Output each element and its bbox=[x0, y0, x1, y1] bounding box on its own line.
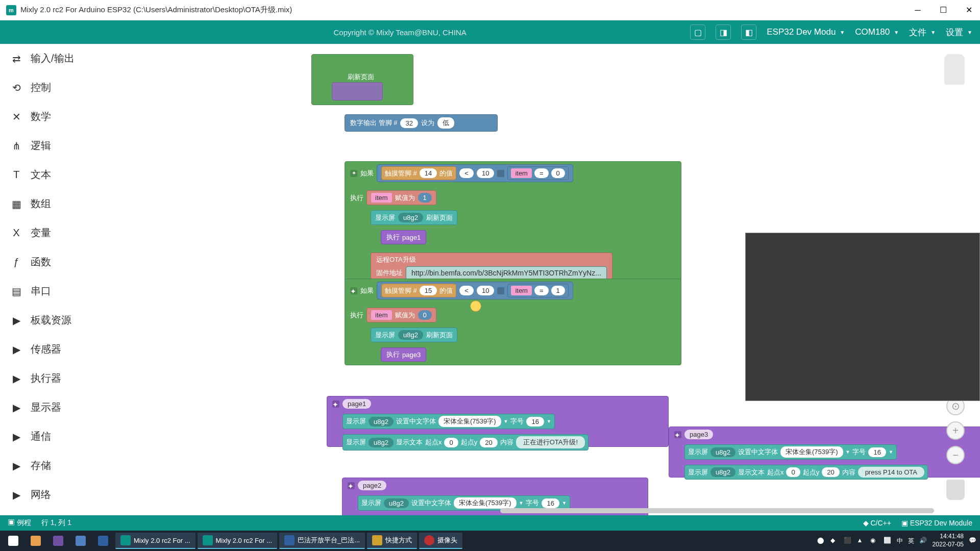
task-mixly-1[interactable]: Mixly 2.0 rc2 For ... bbox=[115, 533, 195, 549]
task-app-2[interactable] bbox=[48, 533, 68, 549]
size-select[interactable]: 16 bbox=[526, 417, 544, 427]
category-1[interactable]: ⟲控制 bbox=[0, 73, 143, 102]
font-select[interactable]: 宋体全集(7539字) bbox=[780, 446, 843, 458]
port-select[interactable]: COM180▼ bbox=[855, 27, 899, 37]
category-12[interactable]: ▶显示器 bbox=[0, 393, 143, 422]
x-input[interactable]: 0 bbox=[786, 467, 800, 477]
clock[interactable]: 14:41:48 2022-07-05 bbox=[933, 533, 964, 548]
function-name[interactable]: page3 bbox=[684, 430, 713, 439]
block-set-font[interactable]: 显示屏 u8g2 设置中文字体 宋体全集(7539字)▼ 字号 16▼ bbox=[342, 414, 555, 429]
value-input[interactable]: 1 bbox=[418, 193, 432, 203]
gear-icon[interactable]: ✦ bbox=[350, 170, 357, 177]
category-11[interactable]: ▶执行器 bbox=[0, 364, 143, 393]
board-select[interactable]: ESP32 Dev Modu▼ bbox=[767, 27, 845, 37]
operator-select[interactable]: = bbox=[534, 168, 549, 178]
category-13[interactable]: ▶通信 bbox=[0, 422, 143, 451]
category-6[interactable]: X变量 bbox=[0, 218, 143, 247]
gear-icon[interactable]: ✦ bbox=[674, 431, 681, 438]
font-select[interactable]: 宋体全集(7539字) bbox=[438, 416, 501, 427]
block-condition[interactable]: 触摸管脚 # 14 的值 < 10 item = 0 bbox=[377, 164, 573, 182]
operator-select[interactable]: = bbox=[534, 286, 549, 295]
backpack-button[interactable] bbox=[944, 54, 965, 85]
notification-icon[interactable]: 💬 bbox=[969, 537, 977, 545]
block-condition[interactable]: 触摸管脚 # 15 的值 < 10 item = 1 bbox=[377, 282, 573, 299]
pin-input[interactable]: 14 bbox=[420, 168, 437, 178]
block-digital-output[interactable]: 数字输出 管脚 # 32 设为 低 bbox=[345, 114, 498, 132]
tray-icon[interactable]: ◆ bbox=[830, 537, 839, 545]
toolbar-icon-3[interactable]: ◧ bbox=[741, 24, 756, 40]
category-2[interactable]: ✕数学 bbox=[0, 102, 143, 131]
value-input[interactable]: 1 bbox=[551, 286, 565, 295]
category-9[interactable]: ▶板载资源 bbox=[0, 306, 143, 335]
block-exec-page[interactable]: 执行 page3 bbox=[381, 347, 426, 362]
block-compare[interactable]: item = 1 bbox=[507, 284, 568, 297]
toolbar-icon-2[interactable]: ◨ bbox=[716, 24, 731, 40]
tray-icon[interactable]: ⬛ bbox=[844, 537, 852, 545]
x-input[interactable]: 0 bbox=[444, 438, 458, 447]
variable-ref[interactable]: item bbox=[511, 286, 532, 295]
trash-icon[interactable] bbox=[946, 480, 965, 500]
category-3[interactable]: ⋔逻辑 bbox=[0, 131, 143, 160]
pin-input[interactable]: 15 bbox=[420, 286, 437, 295]
task-shortcut[interactable]: 快捷方式 bbox=[367, 533, 417, 549]
block-if-2[interactable]: ✦ 如果 触摸管脚 # 15 的值 < 10 item = 1 bbox=[345, 279, 681, 365]
value-input[interactable]: 0 bbox=[551, 168, 565, 178]
category-sidebar[interactable]: ⇄输入/输出⟲控制✕数学⋔逻辑T文本▦数组X变量ƒ函数▤串口▶板载资源▶传感器▶… bbox=[0, 44, 143, 515]
block-if-1[interactable]: ✦ 如果 触摸管脚 # 14 的值 < 10 item = 0 bbox=[345, 161, 681, 284]
task-app-3[interactable] bbox=[70, 533, 91, 549]
maximize-button[interactable]: ☐ bbox=[938, 5, 948, 15]
task-app-1[interactable] bbox=[26, 533, 46, 549]
pin-input[interactable]: 32 bbox=[400, 118, 418, 128]
ime-indicator[interactable]: 中 bbox=[897, 537, 903, 545]
zoom-out-button[interactable]: − bbox=[946, 446, 965, 464]
category-14[interactable]: ▶存储 bbox=[0, 451, 143, 480]
blockly-workspace[interactable]: 刷新页面 数字输出 管脚 # 32 设为 低 ✦ 如果 触摸管脚 # 14 bbox=[143, 44, 980, 515]
font-select[interactable]: 宋体全集(7539字) bbox=[454, 497, 517, 509]
minimize-button[interactable]: ─ bbox=[913, 5, 923, 15]
category-5[interactable]: ▦数组 bbox=[0, 189, 143, 218]
block-display-text[interactable]: 显示屏 u8g2 显示文本 起点x 0 起点y 20 内容 press P14 … bbox=[684, 465, 928, 480]
variable-ref[interactable]: item bbox=[371, 310, 392, 320]
function-name[interactable]: page1 bbox=[342, 399, 371, 409]
block-display-refresh[interactable]: 显示屏 u8g2 刷新页面 bbox=[371, 328, 457, 342]
block-assign[interactable]: item 赋值为 1 bbox=[366, 190, 436, 205]
category-7[interactable]: ƒ函数 bbox=[0, 247, 143, 277]
text-input[interactable]: press P14 to OTA bbox=[858, 467, 924, 478]
settings-menu[interactable]: 设置▼ bbox=[946, 27, 972, 38]
block-function-page1[interactable]: ✦ page1 显示屏 u8g2 设置中文字体 宋体全集(7539字)▼ 字号 … bbox=[327, 396, 669, 447]
variable-ref[interactable]: item bbox=[511, 168, 532, 178]
tray-icon[interactable]: ⬜ bbox=[884, 537, 892, 545]
gear-icon[interactable]: ✦ bbox=[348, 482, 355, 489]
value-input[interactable]: 0 bbox=[418, 310, 432, 320]
block-set-font[interactable]: 显示屏 u8g2 设置中文字体 宋体全集(7539字)▼ 字号 16▼ bbox=[684, 444, 897, 460]
lang-indicator[interactable]: 英 bbox=[908, 537, 914, 545]
tray-icon[interactable]: ⬤ bbox=[817, 537, 825, 545]
size-select[interactable]: 16 bbox=[542, 498, 559, 508]
category-4[interactable]: T文本 bbox=[0, 160, 143, 189]
category-10[interactable]: ▶传感器 bbox=[0, 335, 143, 364]
variable-ref[interactable]: item bbox=[371, 193, 392, 203]
horizontal-scrollbar[interactable] bbox=[500, 508, 934, 513]
block-function-page3[interactable]: ✦ page3 显示屏 u8g2 设置中文字体 宋体全集(7539字)▼ 字号 … bbox=[669, 427, 980, 478]
category-16[interactable]: ▶自定义模块 bbox=[0, 509, 143, 515]
device-select[interactable]: u8g2 bbox=[398, 213, 423, 222]
tray-icon[interactable]: ▲ bbox=[857, 537, 865, 545]
block-fragment[interactable] bbox=[332, 82, 383, 101]
toolbar-icon-1[interactable]: ▢ bbox=[690, 24, 705, 40]
block-display-text[interactable]: 显示屏 u8g2 显示文本 起点x 0 起点y 20 内容 正在进行OTA升级! bbox=[342, 434, 589, 450]
task-app-4[interactable] bbox=[93, 533, 113, 549]
operator-select[interactable]: < bbox=[459, 286, 474, 295]
value-select[interactable]: 低 bbox=[437, 117, 454, 129]
function-name[interactable]: page2 bbox=[358, 481, 386, 490]
block-touch-read[interactable]: 触摸管脚 # 14 的值 bbox=[381, 166, 456, 180]
close-button[interactable]: ✕ bbox=[964, 5, 974, 15]
device-select[interactable]: u8g2 bbox=[398, 330, 423, 340]
gear-icon[interactable]: ✦ bbox=[350, 287, 357, 294]
value-input[interactable]: 10 bbox=[477, 168, 494, 178]
volume-icon[interactable]: 🔊 bbox=[919, 537, 927, 545]
y-input[interactable]: 20 bbox=[480, 438, 497, 447]
zoom-in-button[interactable]: + bbox=[946, 421, 965, 440]
status-example[interactable]: ▣ 例程 bbox=[8, 518, 31, 528]
block-url-string[interactable]: http://bin.bemfa.com/b/3BcNjRkMmY5MTI3OT… bbox=[406, 266, 607, 280]
block-display-refresh[interactable]: 显示屏 u8g2 刷新页面 bbox=[371, 210, 457, 225]
